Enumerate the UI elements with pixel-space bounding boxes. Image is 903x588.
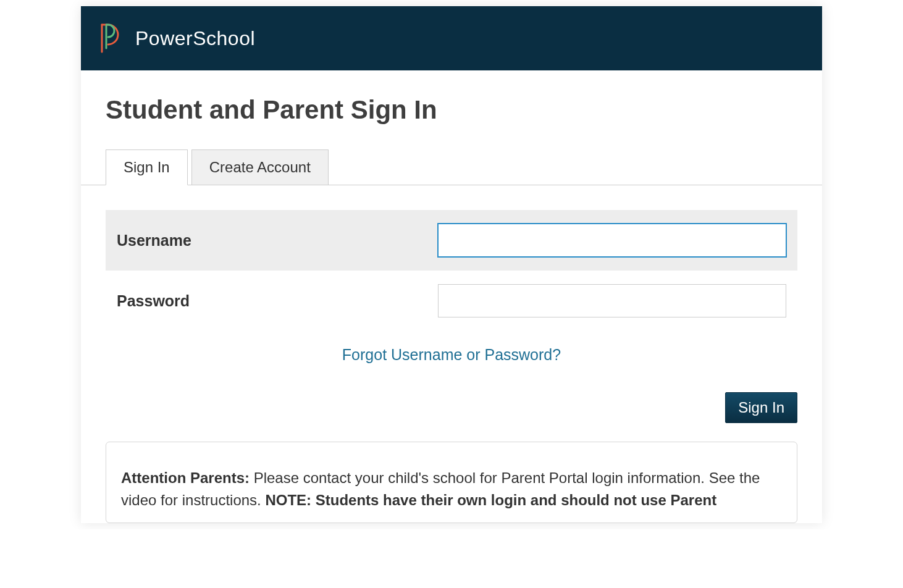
app-header: PowerSchool — [81, 6, 822, 70]
password-label: Password — [117, 292, 438, 310]
notice-note-bold: NOTE: Students have their own login and … — [265, 492, 716, 508]
page-title: Student and Parent Sign In — [106, 95, 797, 125]
sign-in-button[interactable]: Sign In — [725, 392, 797, 423]
forgot-link-row: Forgot Username or Password? — [106, 331, 797, 370]
signin-form: Username Password Forgot Username or Pas… — [106, 185, 797, 523]
username-input[interactable] — [438, 224, 786, 257]
brand-name: PowerSchool — [135, 27, 255, 50]
password-row: Password — [106, 271, 797, 331]
password-input[interactable] — [438, 284, 786, 317]
notice-attention-label: Attention Parents: — [121, 469, 250, 486]
content-area: Student and Parent Sign In Sign In Creat… — [81, 70, 822, 523]
forgot-username-password-link[interactable]: Forgot Username or Password? — [342, 346, 561, 363]
password-input-wrap — [438, 284, 786, 317]
username-input-wrap — [438, 224, 786, 257]
username-row: Username — [106, 210, 797, 271]
notice-box: Attention Parents: Please contact your c… — [106, 442, 797, 523]
tab-sign-in[interactable]: Sign In — [106, 149, 188, 185]
tabs-bar: Sign In Create Account — [81, 149, 822, 185]
username-label: Username — [117, 232, 438, 250]
powerschool-logo-icon — [99, 23, 122, 53]
tab-create-account[interactable]: Create Account — [191, 149, 329, 185]
app-container: PowerSchool Student and Parent Sign In S… — [81, 6, 822, 523]
button-row: Sign In — [106, 370, 797, 442]
